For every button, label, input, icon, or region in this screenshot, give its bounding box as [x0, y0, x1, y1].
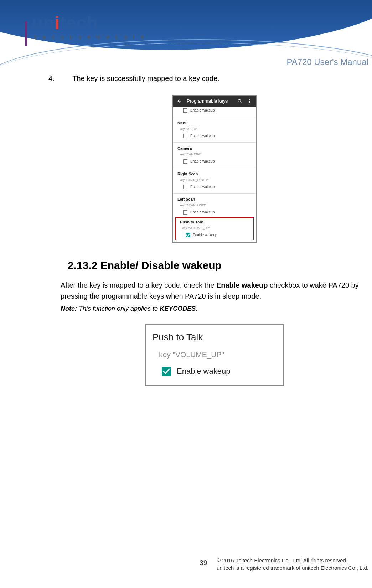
back-arrow-icon[interactable] — [177, 99, 182, 104]
cat-push-to-talk: Push to Talk — [176, 218, 253, 225]
screenshot-appbar: Programmable keys — [173, 96, 256, 107]
step-number: 4. — [61, 73, 71, 84]
content-area: 4. The key is successfully mapped to a k… — [61, 73, 368, 386]
checkbox-label: Enable wakeup — [190, 159, 215, 164]
sub-push-to-talk: key "VOLUME_UP" — [176, 225, 253, 232]
list-category: Camera — [173, 143, 256, 151]
zoom-sub: key "VOLUME_UP" — [159, 349, 277, 361]
para-bold: Enable wakeup — [216, 281, 268, 289]
brand-name-suffix: tech — [60, 13, 98, 33]
svg-line-1 — [241, 102, 242, 103]
note-text: This function only applies to — [77, 305, 160, 312]
svg-point-3 — [249, 101, 250, 102]
checkbox-label: Enable wakeup — [193, 232, 217, 238]
list-subtext: key "SCAN_LEFT" — [173, 202, 256, 209]
zoom-title: Push to Talk — [153, 330, 277, 344]
left-accent-bar — [25, 21, 27, 46]
checkbox-icon[interactable] — [183, 210, 187, 215]
list-category: Right Scan — [173, 168, 256, 177]
page-footer: 39 © 2016 unitech Electronics Co., Ltd. … — [61, 557, 368, 572]
footer-line1: © 2016 unitech Electronics Co., Ltd. All… — [217, 557, 368, 564]
svg-point-0 — [238, 99, 241, 102]
checkbox-label: Enable wakeup — [190, 108, 215, 113]
highlighted-push-to-talk: Push to Talk key "VOLUME_UP" Enable wake… — [175, 217, 254, 240]
screenshot-title: Programmable keys — [187, 98, 232, 105]
svg-point-2 — [249, 99, 250, 100]
checkbox-icon[interactable] — [186, 233, 190, 237]
page-number: 39 — [200, 559, 207, 567]
search-icon[interactable] — [237, 99, 242, 104]
screenshot-programmable-keys: Programmable keys Enable wakeupMenukey "… — [172, 95, 257, 243]
checkbox-label: Enable wakeup — [190, 184, 215, 190]
list-subtext: key "SCAN_RIGHT" — [173, 177, 256, 184]
svg-point-4 — [249, 102, 250, 103]
checkbox-icon[interactable] — [162, 367, 171, 376]
checkbox-row[interactable]: Enable wakeup — [173, 209, 256, 217]
note-keyword: KEYCODES. — [160, 305, 197, 312]
note-label: Note: — [61, 305, 77, 312]
list-subtext: key "CAMERA" — [173, 151, 256, 158]
checkbox-label: Enable wakeup — [190, 133, 215, 139]
screenshot-enable-wakeup-zoom: Push to Talk key "VOLUME_UP" Enable wake… — [145, 324, 284, 386]
checkbox-icon[interactable] — [183, 108, 187, 113]
step-text: The key is successfully mapped to a key … — [72, 74, 219, 82]
brand-tagline: b e c a u s e w e c a r e — [32, 34, 146, 40]
section-heading: 2.13.2 Enable/ Disable wakeup — [68, 257, 368, 274]
checkbox-label: Enable wakeup — [190, 210, 215, 215]
overflow-menu-icon[interactable] — [247, 99, 252, 104]
zoom-checkbox-row[interactable]: Enable wakeup — [153, 365, 277, 377]
zoom-checkbox-label: Enable wakeup — [177, 365, 230, 377]
checkbox-icon[interactable] — [183, 159, 187, 164]
list-subtext: key "MENU" — [173, 126, 256, 133]
checkbox-row[interactable]: Enable wakeup — [173, 133, 256, 141]
checkbox-row-push-to-talk[interactable]: Enable wakeup — [176, 232, 253, 240]
document-title: PA720 User's Manual — [286, 57, 368, 67]
note-line: Note: This function only applies to KEYC… — [61, 304, 368, 314]
checkbox-icon[interactable] — [183, 185, 187, 189]
list-category: Menu — [173, 117, 256, 126]
checkbox-row[interactable]: Enable wakeup — [173, 158, 256, 166]
brand-name-dot: i — [55, 13, 60, 33]
section-paragraph: After the key is mapped to a key code, c… — [61, 280, 368, 302]
checkbox-row[interactable]: Enable wakeup — [173, 184, 256, 192]
list-category: Left Scan — [173, 194, 256, 202]
footer-legal: © 2016 unitech Electronics Co., Ltd. All… — [217, 557, 368, 572]
footer-line2: unitech is a registered trademark of uni… — [217, 564, 368, 572]
step-4: 4. The key is successfully mapped to a k… — [61, 73, 368, 84]
checkbox-icon[interactable] — [183, 134, 187, 138]
brand-name-prefix: un — [32, 13, 55, 33]
checkbox-row[interactable]: Enable wakeup — [173, 107, 256, 115]
brand-logo: unitech b e c a u s e w e c a r e — [32, 12, 146, 40]
para-before: After the key is mapped to a key code, c… — [61, 281, 216, 289]
